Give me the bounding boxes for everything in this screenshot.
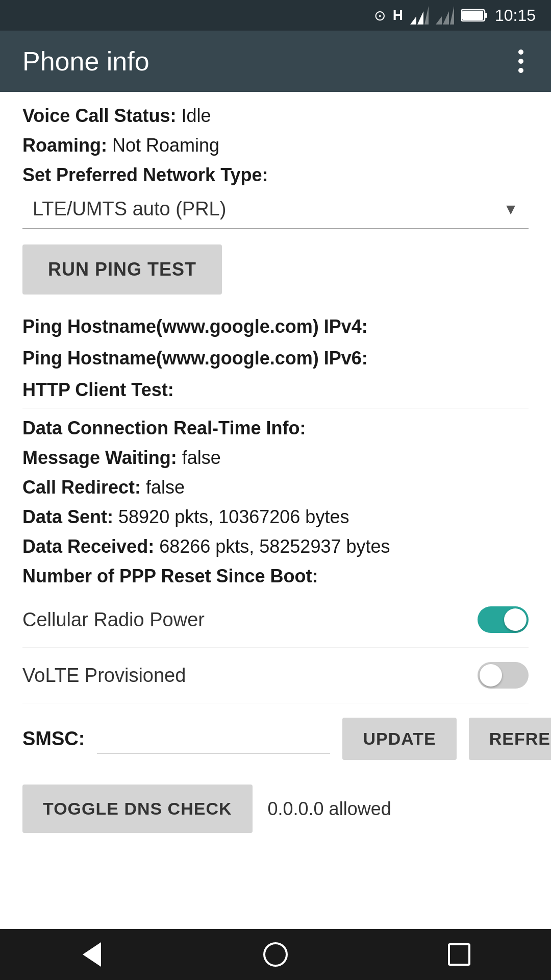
call-redirect-row: Call Redirect: false [22, 474, 529, 501]
data-connection-label: Data Connection Real-Time Info: [22, 418, 306, 438]
svg-rect-7 [485, 13, 487, 18]
data-received-value: 68266 pkts, 58252937 bytes [159, 536, 390, 557]
network-type-selected: LTE/UMTS auto (PRL) [33, 198, 226, 220]
dropdown-arrow-icon: ▼ [503, 201, 518, 218]
data-sent-row: Data Sent: 58920 pkts, 10367206 bytes [22, 503, 529, 531]
home-icon [263, 942, 288, 967]
hotspot-icon: ⊙ [374, 7, 386, 24]
cellular-radio-power-toggle[interactable] [478, 606, 529, 633]
back-icon [83, 942, 101, 967]
back-button[interactable] [71, 934, 112, 975]
cellular-radio-power-row: Cellular Radio Power [22, 592, 529, 648]
smsc-input[interactable] [97, 724, 330, 754]
status-icons: ⊙ H 10:15 [374, 6, 536, 25]
cellular-radio-power-knob [504, 608, 527, 631]
network-type-label: Set Preferred Network Type: [22, 164, 529, 186]
roaming-value: Not Roaming [112, 135, 219, 156]
status-bar: ⊙ H 10:15 [0, 0, 551, 31]
call-redirect-label: Call Redirect: [22, 477, 141, 498]
svg-marker-5 [450, 6, 454, 24]
message-waiting-row: Message Waiting: false [22, 444, 529, 472]
status-time: 10:15 [495, 6, 536, 25]
recent-apps-button[interactable] [439, 934, 480, 975]
svg-marker-1 [417, 11, 423, 24]
message-waiting-label: Message Waiting: [22, 447, 177, 468]
home-button[interactable] [255, 934, 296, 975]
volte-provisioned-toggle[interactable] [478, 662, 529, 689]
voice-call-status-row: Voice Call Status: Idle [22, 102, 529, 130]
data-received-row: Data Received: 68266 pkts, 58252937 byte… [22, 533, 529, 560]
roaming-row: Roaming: Not Roaming [22, 132, 529, 159]
toggle-dns-check-button[interactable]: TOGGLE DNS CHECK [22, 785, 253, 833]
svg-rect-8 [462, 11, 483, 20]
dns-check-value: 0.0.0.0 allowed [268, 798, 391, 820]
volte-provisioned-label: VoLTE Provisioned [22, 665, 186, 687]
roaming-label: Roaming: [22, 135, 107, 156]
smsc-row: SMSC: UPDATE REFRESH [22, 703, 529, 774]
ping-ipv4-row: Ping Hostname(www.google.com) IPv4: [22, 313, 529, 340]
ping-ipv6-label: Ping Hostname(www.google.com) IPv6: [22, 348, 368, 369]
recent-apps-icon [448, 943, 470, 966]
http-client-test-row: HTTP Client Test: [22, 376, 529, 404]
dns-check-row: TOGGLE DNS CHECK 0.0.0.0 allowed [22, 774, 529, 843]
ping-ipv4-label: Ping Hostname(www.google.com) IPv4: [22, 316, 368, 337]
network-type-dropdown[interactable]: LTE/UMTS auto (PRL) ▼ [22, 190, 529, 229]
smsc-update-button[interactable]: UPDATE [342, 718, 456, 760]
run-ping-test-button[interactable]: RUN PING TEST [22, 244, 222, 295]
h-signal-icon: H [393, 7, 403, 23]
volte-provisioned-knob [480, 664, 502, 687]
voice-call-status-value: Idle [181, 105, 211, 126]
svg-marker-2 [424, 6, 429, 24]
battery-icon [461, 8, 488, 23]
http-client-test-label: HTTP Client Test: [22, 379, 174, 400]
ppp-reset-label: Number of PPP Reset Since Boot: [22, 566, 318, 586]
svg-marker-4 [443, 11, 449, 24]
volte-provisioned-row: VoLTE Provisioned [22, 648, 529, 703]
message-waiting-value: false [182, 447, 221, 468]
bottom-nav [0, 929, 551, 980]
data-sent-value: 58920 pkts, 10367206 bytes [118, 506, 349, 527]
app-title: Phone info [22, 46, 149, 77]
smsc-refresh-button[interactable]: REFRESH [469, 718, 551, 760]
smsc-label: SMSC: [22, 728, 85, 750]
ping-ipv6-row: Ping Hostname(www.google.com) IPv6: [22, 345, 529, 372]
divider-http [22, 408, 529, 408]
svg-marker-3 [436, 16, 442, 24]
data-connection-row: Data Connection Real-Time Info: [22, 414, 529, 442]
more-options-button[interactable] [513, 44, 529, 78]
signal-bars2-icon [436, 6, 454, 24]
cellular-radio-power-label: Cellular Radio Power [22, 609, 205, 631]
content-area: Voice Call Status: Idle Roaming: Not Roa… [0, 92, 551, 929]
ppp-reset-row: Number of PPP Reset Since Boot: [22, 562, 529, 590]
call-redirect-value: false [146, 477, 185, 498]
app-bar: Phone info [0, 31, 551, 92]
svg-marker-0 [410, 16, 416, 24]
voice-call-status-label: Voice Call Status: [22, 105, 176, 126]
signal-bars-icon [410, 6, 429, 24]
data-sent-label: Data Sent: [22, 506, 113, 527]
data-received-label: Data Received: [22, 536, 154, 557]
